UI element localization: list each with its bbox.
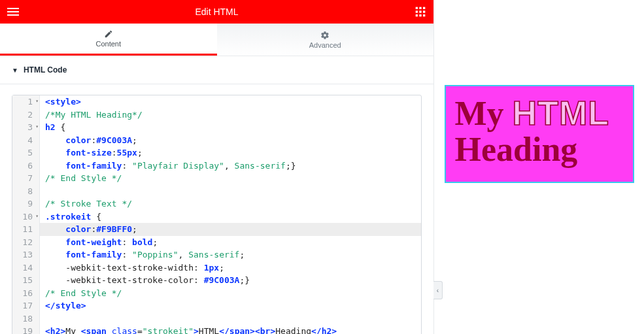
section-title: HTML Code [24,65,67,75]
code-line[interactable]: 4 color:#9C003A; [12,134,421,147]
code-line[interactable]: 5 font-size:55px; [12,146,421,159]
line-number: 19 [12,325,40,334]
tab-advanced[interactable]: Advanced [217,24,434,56]
line-number: 4 [12,134,40,147]
line-number: 17 [12,299,40,312]
apps-icon[interactable] [414,5,427,18]
code-content[interactable]: -webkit-text-stroke-color: #9C003A;} [40,274,421,287]
collapse-panel-button[interactable]: ‹ [433,281,443,299]
code-line[interactable]: 15 -webkit-text-stroke-color: #9C003A;} [12,274,421,287]
code-content[interactable]: font-size:55px; [40,146,421,159]
fold-icon[interactable]: ▾ [35,212,39,220]
code-line[interactable]: 17</style> [12,299,421,312]
tab-advanced-label: Advanced [309,41,341,49]
caret-down-icon: ▼ [12,67,18,74]
code-line[interactable]: 16/* End Style */ [12,287,421,300]
line-number: 10▾ [12,210,40,224]
code-content[interactable]: -webkit-text-stroke-width: 1px; [40,261,421,275]
editor-container: 1▾<style>2/*My HTML Heading*/3▾h2 {4 col… [0,84,433,334]
svg-rect-7 [419,10,421,12]
code-line[interactable]: 19<h2>My <span class="strokeit">HTML</sp… [12,325,421,334]
svg-rect-2 [7,14,19,16]
topbar: Edit HTML [0,0,433,24]
gear-icon [320,31,330,40]
tab-content[interactable]: Content [0,24,217,56]
code-content[interactable]: /* End Style */ [40,172,421,185]
code-line[interactable]: 9/* Stroke Text */ [12,197,421,210]
code-line[interactable]: 8 [12,185,421,198]
code-content[interactable]: <h2>My <span class="strokeit">HTML</span… [40,325,421,334]
code-content[interactable]: font-family: "Poppins", Sans-serif; [40,248,421,261]
line-number: 9 [12,197,40,210]
svg-rect-1 [7,11,19,12]
code-content[interactable]: /* Stroke Text */ [40,197,421,210]
line-number: 14 [12,261,40,275]
editor-panel: Edit HTML Content Advanced ▼ HTML Code 1… [0,0,434,334]
svg-rect-9 [416,14,418,16]
preview-word-heading: Heading [455,131,578,168]
line-number: 18 [12,312,40,326]
svg-rect-4 [419,7,421,9]
code-content[interactable] [40,185,421,198]
preview-pane: ‹ My HTML Heading [434,0,644,334]
line-number: 11 [12,223,40,236]
code-content[interactable]: /* End Style */ [40,287,421,300]
code-line[interactable]: 10▾.strokeit { [12,210,421,224]
code-line[interactable]: 14 -webkit-text-stroke-width: 1px; [12,261,421,275]
svg-rect-10 [419,14,421,16]
code-line[interactable]: 11 color:#F9BFF0; [12,223,421,236]
fold-icon[interactable]: ▾ [35,123,39,131]
preview-card: My HTML Heading [445,85,634,183]
code-content[interactable]: .strokeit { [40,210,421,224]
line-number: 8 [12,185,40,198]
code-content[interactable]: /*My HTML Heading*/ [40,109,421,122]
svg-rect-3 [416,7,418,9]
svg-rect-11 [423,14,425,16]
code-line[interactable]: 3▾h2 { [12,121,421,134]
code-line[interactable]: 12 font-weight: bold; [12,236,421,249]
code-line[interactable]: 13 font-family: "Poppins", Sans-serif; [12,248,421,261]
code-content[interactable]: color:#9C003A; [40,134,421,147]
line-number: 16 [12,287,40,300]
code-content[interactable]: h2 { [40,121,421,134]
code-line[interactable]: 7/* End Style */ [12,172,421,185]
code-line[interactable]: 1▾<style> [12,95,421,109]
code-editor[interactable]: 1▾<style>2/*My HTML Heading*/3▾h2 {4 col… [12,95,422,334]
code-line[interactable]: 18 [12,312,421,326]
line-number: 13 [12,248,40,261]
tab-content-label: Content [95,40,121,48]
fold-icon[interactable]: ▾ [35,97,39,105]
line-number: 12 [12,236,40,249]
preview-heading: My HTML Heading [455,95,624,167]
line-number: 6 [12,159,40,173]
svg-rect-6 [416,10,418,12]
code-line[interactable]: 6 font-family: "Playfair Display", Sans-… [12,159,421,173]
svg-rect-8 [423,10,425,12]
code-content[interactable] [40,312,421,326]
pencil-icon [104,29,113,39]
menu-icon[interactable] [7,5,20,18]
line-number: 5 [12,146,40,159]
svg-rect-5 [423,7,425,9]
code-content[interactable]: color:#F9BFF0; [40,223,421,236]
code-content[interactable]: font-weight: bold; [40,236,421,249]
line-number: 15 [12,274,40,287]
line-number: 3▾ [12,121,40,134]
code-content[interactable]: <style> [40,95,421,109]
chevron-left-icon: ‹ [437,287,439,294]
tabs: Content Advanced [0,24,433,56]
line-number: 2 [12,109,40,122]
code-content[interactable]: </style> [40,299,421,312]
line-number: 7 [12,172,40,185]
svg-rect-0 [7,8,19,9]
line-number: 1▾ [12,95,40,109]
preview-word-my: My [455,95,504,132]
code-line[interactable]: 2/*My HTML Heading*/ [12,109,421,122]
section-html-code[interactable]: ▼ HTML Code [0,56,433,84]
panel-title: Edit HTML [20,7,414,17]
preview-word-html: HTML [513,94,609,132]
code-content[interactable]: font-family: "Playfair Display", Sans-se… [40,159,421,173]
